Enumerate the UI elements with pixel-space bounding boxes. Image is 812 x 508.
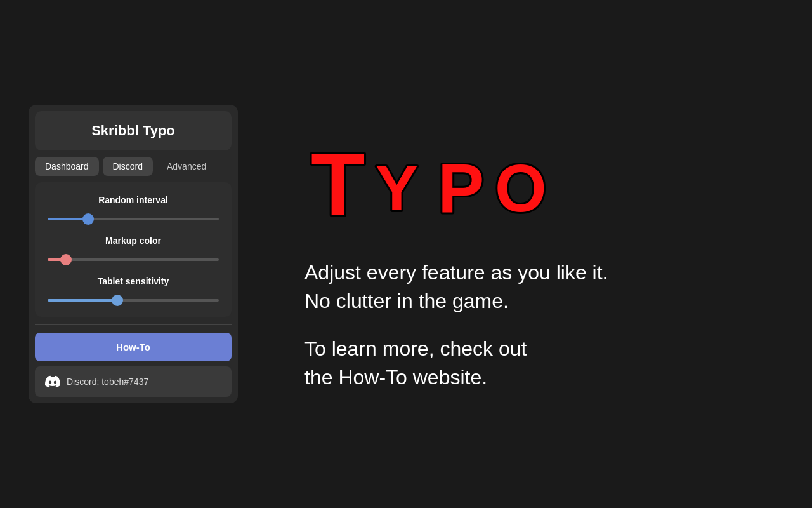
typo-logo-container: .typo-font { font-family: 'Arial Black',… [304, 116, 571, 233]
hero-sub-text: To learn more, check outthe How-To websi… [304, 335, 527, 392]
divider [35, 324, 232, 325]
logo-letter-T: T [311, 134, 365, 231]
sliders-section: Random interval Markup color Tablet sens… [35, 182, 232, 317]
right-panel: .typo-font { font-family: 'Arial Black',… [266, 0, 812, 508]
tab-discord[interactable]: Discord [103, 157, 153, 176]
discord-username: Discord: tobeh#7437 [67, 377, 148, 387]
logo-letter-O: O [495, 151, 547, 225]
slider-label-random-interval: Random interval [48, 195, 219, 205]
discord-bar: Discord: tobeh#7437 [35, 366, 232, 397]
app-title: Skribbl Typo [91, 123, 175, 138]
main-card: Skribbl Typo Dashboard Discord Advanced … [29, 105, 238, 403]
slider-group-random-interval: Random interval [48, 195, 219, 223]
slider-markup-color[interactable] [48, 258, 219, 261]
logo-letter-P: P [438, 149, 484, 227]
left-panel: Skribbl Typo Dashboard Discord Advanced … [0, 0, 266, 508]
typo-logo: .typo-font { font-family: 'Arial Black',… [304, 116, 571, 231]
slider-random-interval[interactable] [48, 218, 219, 220]
discord-icon [45, 374, 60, 389]
slider-group-tablet-sensitivity: Tablet sensitivity [48, 276, 219, 304]
slider-label-markup-color: Markup color [48, 236, 219, 246]
app-title-bar: Skribbl Typo [35, 111, 232, 150]
nav-tabs: Dashboard Discord Advanced [29, 157, 238, 182]
logo-letter-Y: Y [376, 152, 418, 224]
hero-main-text: Adjust every feature as you like it.No c… [304, 258, 608, 316]
slider-label-tablet-sensitivity: Tablet sensitivity [48, 276, 219, 286]
slider-tablet-sensitivity[interactable] [48, 299, 219, 302]
slider-group-markup-color: Markup color [48, 236, 219, 264]
tab-dashboard[interactable]: Dashboard [35, 157, 99, 176]
how-to-button[interactable]: How-To [35, 333, 232, 361]
tab-advanced[interactable]: Advanced [157, 157, 216, 176]
